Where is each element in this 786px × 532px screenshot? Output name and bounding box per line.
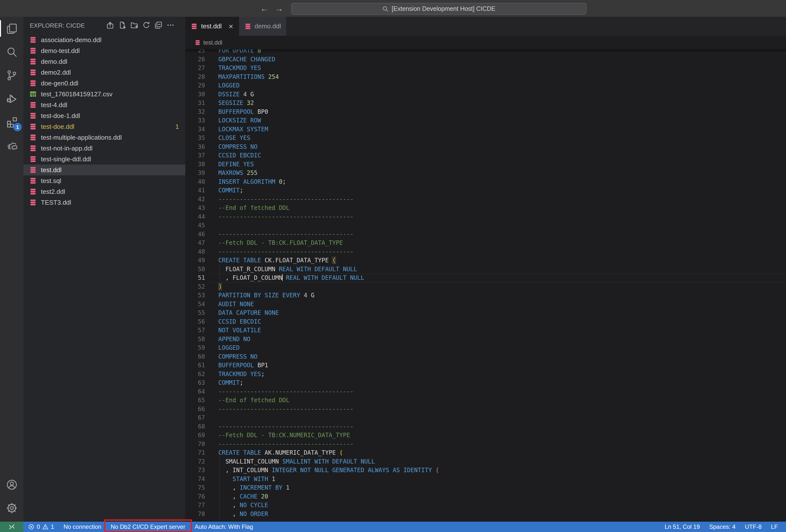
code-line-63[interactable]: 63COMMIT; xyxy=(185,379,786,387)
code-line-47[interactable]: 47--Fetch DDL - TB:CK.FLOAT_DATA_TYPE xyxy=(185,239,786,247)
code-line-29[interactable]: 29LOGGED xyxy=(185,81,786,90)
file-item-association-demo.ddl[interactable]: association-demo.ddl xyxy=(23,34,185,45)
code-line-28[interactable]: 28MAXPARTITIONS 254 xyxy=(185,73,786,81)
file-item-test-single-ddl.ddl[interactable]: test-single-ddl.ddl xyxy=(23,154,185,165)
code-line-72[interactable]: 72 SMALLINT_COLUMN SMALLINT WITH DEFAULT… xyxy=(185,457,786,466)
code-line-66[interactable]: 66-------------------------------------- xyxy=(185,405,786,414)
code-line-67[interactable]: 67 xyxy=(185,413,786,422)
code-line-34[interactable]: 34LOCKMAX SYSTEM xyxy=(185,125,786,134)
code-line-58[interactable]: 58APPEND NO xyxy=(185,335,786,344)
code-line-56[interactable]: 56CCSID EBCDIC xyxy=(185,317,786,327)
activity-item-explorer[interactable] xyxy=(0,17,23,40)
code-line-75[interactable]: 75 , INCREMENT BY 1 xyxy=(185,483,786,492)
file-item-demo-test.ddl[interactable]: demo-test.ddl xyxy=(23,45,185,56)
code-line-65[interactable]: 65--End of fetched DDL xyxy=(185,396,786,405)
code-line-61[interactable]: 61BUFFERPOOL BP1 xyxy=(185,361,786,370)
status-item-cursor-position[interactable]: Ln 51, Col 19 xyxy=(660,522,704,532)
command-center-search[interactable]: [Extension Development Host] CICDE xyxy=(291,3,586,15)
code-line-37[interactable]: 37CCSID EBCDIC xyxy=(185,151,786,160)
explorer-action-export[interactable] xyxy=(106,21,114,30)
code-line-77[interactable]: 77 , NO CYCLE xyxy=(185,501,786,510)
file-item-test-doe.ddl[interactable]: test-doe.ddl1 xyxy=(23,121,185,132)
code-line-42[interactable]: 42-------------------------------------- xyxy=(185,195,786,204)
activity-item-run-debug[interactable] xyxy=(0,87,23,110)
status-item-problems[interactable]: 01 xyxy=(23,522,59,532)
file-item-demo2.ddl[interactable]: demo2.ddl xyxy=(23,67,185,78)
file-item-test.ddl[interactable]: test.ddl xyxy=(23,165,185,175)
code-line-78[interactable]: 78 , NO ORDER xyxy=(185,510,786,519)
code-line-44[interactable]: 44-------------------------------------- xyxy=(185,213,786,221)
code-line-64[interactable]: 64-------------------------------------- xyxy=(185,387,786,396)
file-item-doe-gen0.ddl[interactable]: doe-gen0.ddl xyxy=(23,78,185,89)
status-item-db2-connection[interactable]: No connection xyxy=(59,522,106,532)
code-line-62[interactable]: 62TRACKMOD YES; xyxy=(185,370,786,379)
code-line-30[interactable]: 30DSSIZE 4 G xyxy=(185,90,786,99)
editor-code-area[interactable]: 25FOR UPDATE 026GBPCACHE CHANGED27TRACKM… xyxy=(185,49,786,522)
code-line-36[interactable]: 36COMPRESS NO xyxy=(185,143,786,151)
code-line-73[interactable]: 73 , INT_COLUMN INTEGER NOT NULL GENERAT… xyxy=(185,466,786,475)
code-line-33[interactable]: 33LOCKSIZE ROW xyxy=(185,116,786,125)
code-line-26[interactable]: 26GBPCACHE CHANGED xyxy=(185,55,786,64)
code-line-71[interactable]: 71CREATE TABLE AK.NUMERIC_DATA_TYPE ( xyxy=(185,449,786,457)
explorer-action-more-actions[interactable] xyxy=(166,21,175,30)
status-item-db2-cicd-server[interactable]: No Db2 CI/CD Expert server xyxy=(106,522,190,532)
file-item-test-multiple-applications.ddl[interactable]: test-multiple-applications.ddl xyxy=(23,132,185,143)
file-item-test.sql[interactable]: test.sql xyxy=(23,175,185,186)
remote-indicator[interactable] xyxy=(0,522,23,532)
status-item-encoding[interactable]: UTF-8 xyxy=(740,522,766,532)
file-item-test2.ddl[interactable]: test2.ddl xyxy=(23,186,185,197)
code-line-40[interactable]: 40INSERT ALGORITHM 0; xyxy=(185,177,786,187)
nav-forward-button[interactable]: → xyxy=(275,4,283,13)
status-item-indentation[interactable]: Spaces: 4 xyxy=(704,522,740,532)
code-line-76[interactable]: 76 , CACHE 20 xyxy=(185,492,786,501)
code-line-55[interactable]: 55DATA CAPTURE NONE xyxy=(185,309,786,317)
nav-back-button[interactable]: ← xyxy=(260,4,269,13)
code-line-32[interactable]: 32BUFFERPOOL BP0 xyxy=(185,107,786,117)
code-line-43[interactable]: 43--End of fetched DDL xyxy=(185,204,786,213)
file-item-TEST3.ddl[interactable]: TEST3.ddl xyxy=(23,197,185,208)
code-line-70[interactable]: 70-------------------------------------- xyxy=(185,440,786,449)
code-line-57[interactable]: 57NOT VOLATILE xyxy=(185,326,786,335)
tab-close-icon[interactable]: × xyxy=(229,22,233,30)
code-line-51[interactable]: 51 , FLOAT_D_COLUMN REAL WITH DEFAULT NU… xyxy=(185,274,786,283)
code-line-60[interactable]: 60COMPRESS NO xyxy=(185,353,786,361)
file-item-test-not-in-app.ddl[interactable]: test-not-in-app.ddl xyxy=(23,143,185,154)
explorer-action-new-folder[interactable] xyxy=(130,21,138,30)
code-line-31[interactable]: 31SEGSIZE 32 xyxy=(185,99,786,107)
explorer-action-new-file[interactable] xyxy=(118,21,126,30)
file-item-test-doe-1.ddl[interactable]: test-doe-1.ddl xyxy=(23,110,185,121)
breadcrumb[interactable]: test.ddl xyxy=(185,36,786,49)
explorer-action-collapse-folders[interactable] xyxy=(155,21,162,30)
code-line-74[interactable]: 74 START WITH 1 xyxy=(185,475,786,484)
code-line-27[interactable]: 27TRACKMOD YES xyxy=(185,64,786,73)
activity-item-extensions[interactable]: 1 xyxy=(0,110,23,134)
code-line-41[interactable]: 41COMMIT; xyxy=(185,186,786,195)
activity-item-accounts[interactable] xyxy=(0,473,23,496)
code-line-54[interactable]: 54AUDIT NONE xyxy=(185,300,786,309)
code-line-50[interactable]: 50 FLOAT_R_COLUMN REAL WITH DEFAULT NULL xyxy=(185,265,786,274)
activity-item-search[interactable] xyxy=(0,40,23,64)
code-line-35[interactable]: 35CLOSE YES xyxy=(185,134,786,143)
code-line-38[interactable]: 38DEFINE YES xyxy=(185,160,786,169)
code-line-52[interactable]: 52) xyxy=(185,283,786,291)
activity-item-settings[interactable] xyxy=(0,496,23,520)
activity-item-source-control[interactable] xyxy=(0,64,23,87)
code-line-53[interactable]: 53PARTITION BY SIZE EVERY 4 G xyxy=(185,291,786,300)
code-line-46[interactable]: 46-------------------------------------- xyxy=(185,230,786,239)
code-line-39[interactable]: 39MAXROWS 255 xyxy=(185,169,786,177)
code-line-49[interactable]: 49CREATE TABLE CK.FLOAT_DATA_TYPE ( xyxy=(185,256,786,265)
tab-demo.ddl[interactable]: demo.ddl xyxy=(239,17,287,36)
file-item-demo.ddl[interactable]: demo.ddl xyxy=(23,56,185,67)
explorer-action-refresh-explorer[interactable] xyxy=(142,21,150,30)
tab-test.ddl[interactable]: test.ddl× xyxy=(185,17,239,36)
code-line-69[interactable]: 69--Fetch DDL - TB:CK.NUMERIC_DATA_TYPE xyxy=(185,431,786,440)
code-line-68[interactable]: 68-------------------------------------- xyxy=(185,422,786,431)
code-line-45[interactable]: 45 xyxy=(185,221,786,230)
status-item-eol[interactable]: LF xyxy=(766,522,783,532)
code-line-48[interactable]: 48-------------------------------------- xyxy=(185,247,786,257)
code-line-59[interactable]: 59LOGGED xyxy=(185,344,786,353)
file-item-test_1760184159127.csv[interactable]: test_1760184159127.csv xyxy=(23,89,185,99)
status-item-auto-attach[interactable]: Auto Attach: With Flag xyxy=(190,522,258,532)
activity-item-db2-tools[interactable] xyxy=(0,134,23,157)
file-item-test-4.ddl[interactable]: test-4.ddl xyxy=(23,99,185,110)
